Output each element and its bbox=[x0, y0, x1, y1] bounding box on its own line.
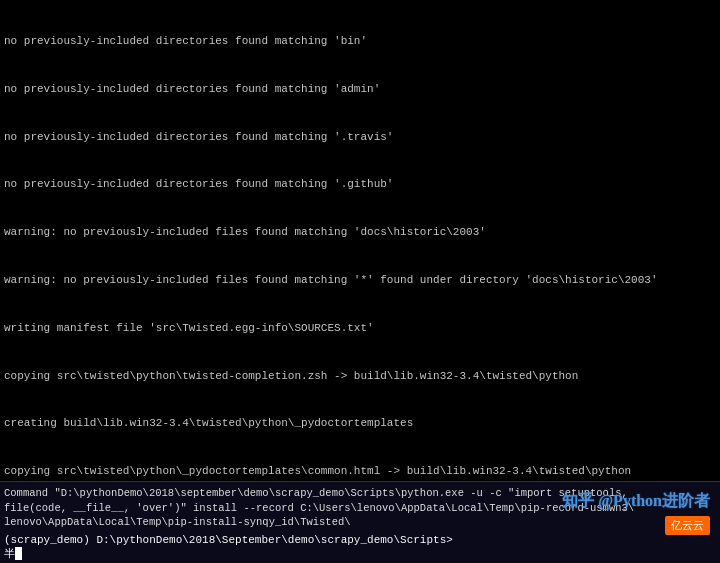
prompt-line: (scrapy_demo) D:\pythonDemo\2018\Septemb… bbox=[4, 534, 453, 546]
terminal-line-warning2: warning: no previously-included files fo… bbox=[4, 273, 716, 289]
terminal-line: copying src\twisted\python\twisted-compl… bbox=[4, 369, 716, 385]
terminal-line: writing manifest file 'src\Twisted.egg-i… bbox=[4, 321, 716, 337]
terminal-line: no previously-included directories found… bbox=[4, 82, 716, 98]
terminal-line: no previously-included directories found… bbox=[4, 130, 716, 146]
terminal-line-warning: warning: no previously-included files fo… bbox=[4, 225, 716, 241]
terminal-window: no previously-included directories found… bbox=[0, 0, 720, 563]
watermark-container: 知乎 @Python进阶者 亿云云 bbox=[562, 491, 710, 535]
terminal-line: creating build\lib.win32-3.4\twisted\pyt… bbox=[4, 416, 716, 432]
terminal-line: no previously-included directories found… bbox=[4, 177, 716, 193]
watermark-zhihu: 知乎 @Python进阶者 bbox=[562, 491, 710, 512]
cursor-char: 半 bbox=[4, 548, 15, 560]
prompt-text: (scrapy_demo) D:\pythonDemo\2018\Septemb… bbox=[4, 534, 453, 546]
terminal-line: copying src\twisted\python\_pydoctortemp… bbox=[4, 464, 716, 480]
watermark-yiyun: 亿云云 bbox=[665, 516, 710, 535]
cursor-block bbox=[15, 547, 22, 560]
terminal-output: no previously-included directories found… bbox=[0, 0, 720, 563]
cursor-line: 半 bbox=[4, 548, 22, 560]
terminal-line: no previously-included directories found… bbox=[4, 34, 716, 50]
